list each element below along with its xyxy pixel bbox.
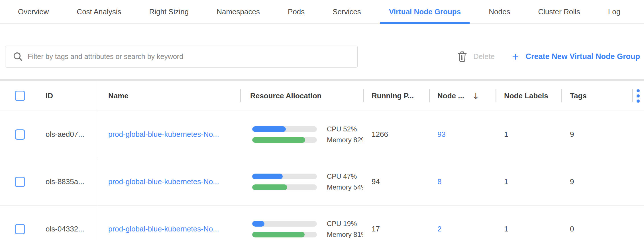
column-header-resource-allocation[interactable]: Resource Allocation <box>250 91 321 100</box>
cell-id: ols-aed07... <box>0 111 98 158</box>
cpu-bar-track <box>252 174 317 179</box>
cell-name: prod-global-blue-kubernetes-No... <box>98 158 240 205</box>
select-all-checkbox[interactable] <box>15 91 25 101</box>
row-id: ols-aed07... <box>46 130 84 139</box>
delete-button-label: Delete <box>473 52 495 61</box>
filter-search-box <box>5 46 358 68</box>
trash-icon <box>457 51 467 62</box>
nodes-count-link[interactable]: 93 <box>437 130 446 139</box>
cell-tags: 0 <box>561 206 632 240</box>
column-header-name[interactable]: Name <box>108 91 129 100</box>
tab-right-sizing[interactable]: Right Sizing <box>140 0 197 23</box>
tab-overview[interactable]: Overview <box>9 0 58 23</box>
cell-nodes: 93 <box>429 111 496 158</box>
memory-bar-track <box>252 232 317 237</box>
create-virtual-node-group-button[interactable]: + Create New Virtual Node Group <box>512 46 640 68</box>
table-row: ols-8835a... prod-global-blue-kubernetes… <box>0 158 644 206</box>
tab-services[interactable]: Services <box>324 0 370 23</box>
tab-pods[interactable]: Pods <box>279 0 313 23</box>
column-header-node-labels[interactable]: Node Labels <box>504 91 548 100</box>
delete-button[interactable]: Delete <box>457 46 495 68</box>
tab-log[interactable]: Log <box>599 0 629 23</box>
memory-label: Memory 54% <box>327 183 363 191</box>
resource-bars: CPU 52% Memory 82% <box>252 126 363 143</box>
cell-tags: 9 <box>561 111 632 158</box>
nodes-count-link[interactable]: 8 <box>437 177 441 186</box>
row-id: ols-8835a... <box>46 177 84 186</box>
row-checkbox[interactable] <box>15 129 25 140</box>
header-cell-name: Name <box>98 81 240 111</box>
tab-nodes[interactable]: Nodes <box>480 0 519 23</box>
nodes-count-link[interactable]: 2 <box>437 225 441 233</box>
header-cell-running-pods: Running P... <box>363 81 429 111</box>
cell-node-labels: 1 <box>496 158 561 205</box>
cell-actions <box>632 111 644 158</box>
header-cell-id: ID <box>0 81 98 111</box>
row-checkbox[interactable] <box>15 224 25 234</box>
header-cell-node-labels: Node Labels <box>496 81 561 111</box>
search-icon <box>13 52 23 62</box>
tab-cluster-rolls[interactable]: Cluster Rolls <box>529 0 589 23</box>
tab-virtual-node-groups[interactable]: Virtual Node Groups <box>380 0 470 23</box>
row-id: ols-04332... <box>46 225 84 233</box>
resource-bars: CPU 19% Memory 81% <box>252 221 363 237</box>
cell-nodes: 2 <box>429 206 496 240</box>
cell-name: prod-global-blue-kubernetes-No... <box>98 111 240 158</box>
cell-name: prod-global-blue-kubernetes-No... <box>98 206 240 240</box>
column-settings-menu-icon[interactable] <box>632 81 644 111</box>
header-cell-resource-allocation: Resource Allocation <box>240 81 363 111</box>
cpu-label: CPU 47% <box>327 172 357 180</box>
cell-running-pods: 94 <box>363 158 429 205</box>
virtual-node-groups-table: ID Name Resource Allocation Running P...… <box>0 81 644 240</box>
memory-label: Memory 81% <box>327 231 363 239</box>
top-tab-bar: Overview Cost Analysis Right Sizing Name… <box>0 0 644 24</box>
column-header-tags[interactable]: Tags <box>570 91 587 100</box>
cpu-label: CPU 52% <box>327 125 357 133</box>
cpu-bar-fill <box>252 126 286 132</box>
header-cell-actions <box>632 81 644 111</box>
cell-id: ols-8835a... <box>0 158 98 205</box>
memory-bar-fill <box>252 184 287 190</box>
virtual-node-groups-page: Overview Cost Analysis Right Sizing Name… <box>0 0 644 240</box>
cell-actions <box>632 158 644 205</box>
header-cell-nodes: Node ... ↓ <box>429 81 496 111</box>
cell-resource-allocation: CPU 19% Memory 81% <box>240 206 363 240</box>
tab-namespaces[interactable]: Namespaces <box>208 0 269 23</box>
memory-bar-fill <box>252 137 305 143</box>
cpu-label: CPU 19% <box>327 220 357 228</box>
cell-running-pods: 1266 <box>363 111 429 158</box>
memory-bar-track <box>252 184 317 190</box>
plus-icon: + <box>512 51 519 62</box>
cpu-bar-track <box>252 126 317 132</box>
create-button-label: Create New Virtual Node Group <box>525 52 640 61</box>
column-header-running-pods[interactable]: Running P... <box>372 91 414 100</box>
tab-cost-analysis[interactable]: Cost Analysis <box>68 0 130 23</box>
cell-resource-allocation: CPU 47% Memory 54% <box>240 158 363 205</box>
cell-id: ols-04332... <box>0 206 98 240</box>
cell-running-pods: 17 <box>363 206 429 240</box>
filter-search-input[interactable] <box>28 48 357 65</box>
cpu-bar-fill <box>252 174 283 179</box>
row-name-link[interactable]: prod-global-blue-kubernetes-No... <box>108 130 219 139</box>
memory-bar-track <box>252 137 317 143</box>
row-checkbox[interactable] <box>15 177 25 187</box>
cell-node-labels: 1 <box>496 111 561 158</box>
cpu-bar-fill <box>252 221 264 227</box>
resource-bars: CPU 47% Memory 54% <box>252 174 363 190</box>
cell-nodes: 8 <box>429 158 496 205</box>
sort-descending-icon[interactable]: ↓ <box>472 91 479 101</box>
table-header-row: ID Name Resource Allocation Running P...… <box>0 81 644 111</box>
table-row: ols-04332... prod-global-blue-kubernetes… <box>0 206 644 240</box>
column-header-id[interactable]: ID <box>46 91 53 100</box>
cell-node-labels: 1 <box>496 206 561 240</box>
cell-actions <box>632 206 644 240</box>
column-header-nodes[interactable]: Node ... <box>437 91 464 100</box>
row-name-link[interactable]: prod-global-blue-kubernetes-No... <box>108 177 219 186</box>
memory-bar-fill <box>252 232 305 237</box>
cpu-bar-track <box>252 221 317 227</box>
header-cell-tags: Tags <box>561 81 632 111</box>
row-name-link[interactable]: prod-global-blue-kubernetes-No... <box>108 225 219 233</box>
table-row: ols-aed07... prod-global-blue-kubernetes… <box>0 111 644 158</box>
cell-resource-allocation: CPU 52% Memory 82% <box>240 111 363 158</box>
cell-tags: 9 <box>561 158 632 205</box>
